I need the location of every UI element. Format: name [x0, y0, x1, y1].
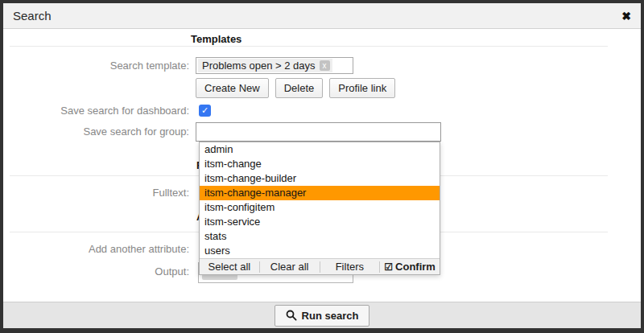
- dialog-title: Search: [13, 9, 52, 23]
- filters-button[interactable]: Filters: [320, 261, 380, 273]
- dropdown-option-itsm-service[interactable]: itsm-service: [200, 215, 440, 229]
- select-all-button[interactable]: Select all: [200, 261, 259, 273]
- output-label: Output:: [3, 265, 189, 278]
- dropdown-option-itsm-change-builder[interactable]: itsm-change-builder: [200, 171, 440, 186]
- search-dialog: Search ✖ Templates Search template: Prob…: [0, 0, 644, 333]
- run-search-label: Run search: [302, 310, 359, 322]
- template-tag: Problems open > 2 days x: [198, 59, 332, 72]
- dialog-footer-bar: Run search: [3, 302, 641, 328]
- save-dashboard-label: Save search for dashboard:: [3, 105, 189, 117]
- dropdown-option-itsm-change[interactable]: itsm-change: [200, 157, 440, 171]
- dropdown-option-itsm-change-manager[interactable]: itsm-change-manager: [200, 186, 440, 200]
- clear-all-button[interactable]: Clear all: [259, 261, 320, 273]
- search-icon: [286, 310, 297, 321]
- add-attribute-label: Add another attribute:: [3, 243, 189, 255]
- search-template-label: Search template:: [3, 60, 189, 72]
- save-group-label: Save search for group:: [3, 125, 189, 138]
- close-icon[interactable]: ✖: [621, 10, 631, 22]
- save-group-input[interactable]: [196, 122, 441, 142]
- fulltext-label: Fulltext:: [3, 187, 189, 199]
- dropdown-footer: Select all Clear all Filters ☑Confirm: [200, 258, 440, 274]
- delete-button[interactable]: Delete: [275, 78, 324, 98]
- run-search-button[interactable]: Run search: [275, 305, 370, 327]
- save-dashboard-checkbox[interactable]: ✓: [199, 105, 211, 117]
- section-divider: [10, 46, 608, 47]
- templates-heading: Templates: [191, 33, 242, 45]
- dialog-titlebar: Search ✖: [3, 3, 641, 29]
- template-buttons-row: Create New Delete Profile link: [196, 78, 395, 98]
- dropdown-option-stats[interactable]: stats: [200, 229, 440, 244]
- checked-box-icon: ☑: [384, 261, 393, 273]
- confirm-label: Confirm: [395, 261, 436, 273]
- confirm-button[interactable]: ☑Confirm: [379, 261, 440, 273]
- template-tag-label: Problems open > 2 days: [202, 60, 316, 72]
- dropdown-option-itsm-configitem[interactable]: itsm-configitem: [200, 200, 440, 215]
- create-new-button[interactable]: Create New: [196, 78, 269, 98]
- dropdown-option-users[interactable]: users: [200, 244, 440, 258]
- search-template-field[interactable]: Problems open > 2 days x: [196, 57, 353, 74]
- group-dropdown-list: admin itsm-change itsm-change-builder it…: [199, 142, 440, 275]
- profile-link-button[interactable]: Profile link: [329, 78, 395, 98]
- dropdown-option-admin[interactable]: admin: [200, 142, 440, 157]
- remove-tag-icon[interactable]: x: [320, 60, 330, 71]
